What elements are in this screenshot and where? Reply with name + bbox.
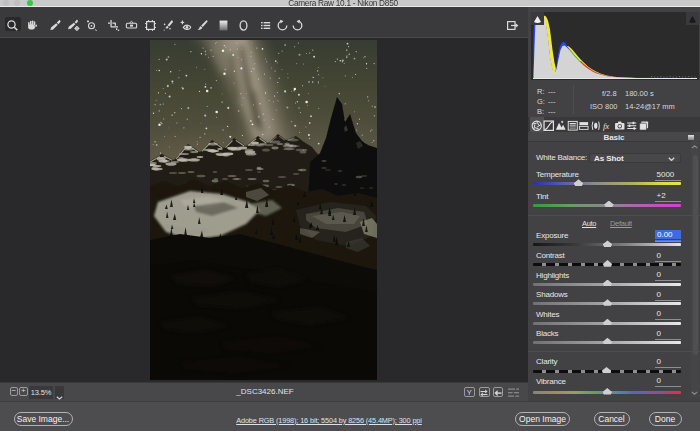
svg-text:fx: fx [603,121,609,131]
